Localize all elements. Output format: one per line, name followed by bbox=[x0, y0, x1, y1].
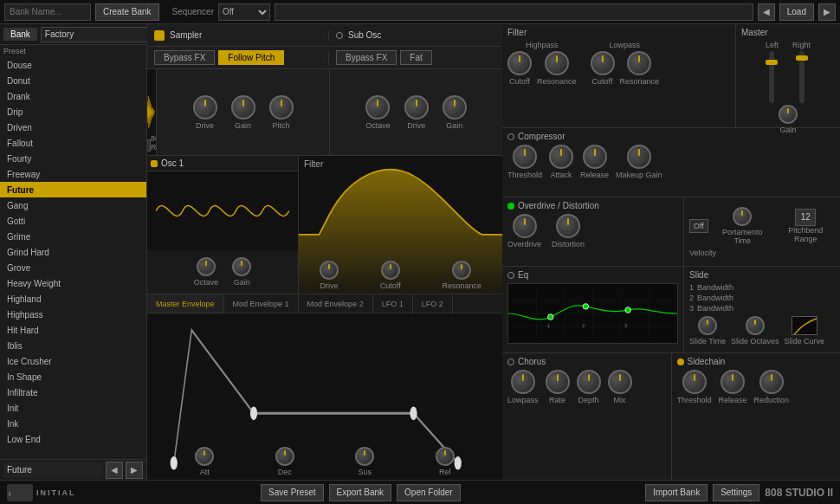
osc1-gain-knob[interactable] bbox=[232, 257, 251, 276]
sc-release-knob[interactable] bbox=[720, 370, 745, 394]
list-item[interactable]: Grove bbox=[0, 260, 146, 275]
settings-button[interactable]: Settings bbox=[713, 484, 759, 501]
mod-env2-tab[interactable]: Mod Envelope 2 bbox=[299, 294, 373, 313]
chorus-depth-knob[interactable] bbox=[577, 370, 601, 394]
attack-knob[interactable] bbox=[549, 145, 573, 169]
right-fader-col: Right bbox=[792, 41, 811, 103]
dec-knob[interactable] bbox=[275, 447, 294, 466]
list-item[interactable]: Gang bbox=[0, 197, 146, 213]
list-item[interactable]: Hit Hard bbox=[0, 322, 146, 338]
list-item[interactable]: Iblis bbox=[0, 338, 146, 353]
right-fader-label: Right bbox=[792, 41, 811, 49]
distortion-knob[interactable] bbox=[556, 214, 580, 238]
mod-env1-tab[interactable]: Mod Envelope 1 bbox=[224, 294, 299, 313]
list-item[interactable]: Highpass bbox=[0, 307, 146, 322]
sus-knob[interactable] bbox=[355, 447, 374, 466]
list-item[interactable]: Ice Crusher bbox=[0, 353, 146, 369]
list-item-active[interactable]: Future bbox=[0, 182, 146, 197]
slide-time-knob[interactable] bbox=[698, 316, 717, 335]
overdrive-knob[interactable] bbox=[513, 214, 537, 238]
list-item[interactable]: Driven bbox=[0, 120, 146, 135]
slide-octaves-knob[interactable] bbox=[746, 316, 765, 335]
threshold-knob[interactable] bbox=[513, 145, 537, 169]
sc-threshold-knob[interactable] bbox=[682, 370, 707, 394]
chorus-knobs: Lowpass Rate Depth Mix bbox=[507, 370, 666, 404]
list-item[interactable]: In Shape bbox=[0, 369, 146, 384]
rel-knob[interactable] bbox=[436, 447, 455, 466]
preset-next-button[interactable]: ▶ bbox=[126, 462, 143, 479]
sequencer-select[interactable]: Off bbox=[218, 3, 270, 21]
makeup-gain-knob[interactable] bbox=[627, 145, 651, 169]
off-button[interactable]: Off bbox=[689, 219, 708, 233]
list-item[interactable]: Low End bbox=[0, 431, 146, 447]
lp-cutoff-knob[interactable] bbox=[591, 51, 615, 75]
import-bank-button[interactable]: Import Bank bbox=[645, 484, 708, 501]
fat-button[interactable]: Fat bbox=[400, 50, 431, 65]
bank-tab[interactable]: Bank bbox=[3, 28, 37, 41]
subosc-bypass-fx-button[interactable]: Bypass FX bbox=[336, 50, 397, 65]
list-item[interactable]: Gotti bbox=[0, 213, 146, 229]
list-item[interactable]: Drip bbox=[0, 104, 146, 120]
lp-resonance-knob[interactable] bbox=[627, 51, 651, 75]
osc1-octave-knob[interactable] bbox=[197, 257, 216, 276]
list-item[interactable]: Grind Hard bbox=[0, 244, 146, 260]
hp-cutoff-knob[interactable] bbox=[507, 51, 532, 75]
sampler-drive-knob[interactable] bbox=[193, 95, 217, 120]
export-bank-button[interactable]: Export Bank bbox=[329, 484, 391, 501]
chorus-lowpass-knob[interactable] bbox=[511, 370, 535, 394]
att-knob[interactable] bbox=[195, 447, 214, 466]
chorus-rate-knob[interactable] bbox=[546, 370, 570, 394]
list-item[interactable]: Ink bbox=[0, 416, 146, 431]
list-item[interactable]: Drank bbox=[0, 88, 146, 104]
left-fader-track[interactable] bbox=[769, 51, 774, 103]
subosc-drive-knob[interactable] bbox=[404, 95, 429, 120]
lfo2-tab[interactable]: LFO 2 bbox=[413, 294, 453, 313]
filter-drive-knob[interactable] bbox=[320, 261, 339, 280]
save-preset-button[interactable]: Save Preset bbox=[261, 484, 323, 501]
list-item[interactable]: Fallout bbox=[0, 135, 146, 151]
filter-cutoff-group: Cutoff bbox=[380, 261, 401, 290]
list-item[interactable]: Freeway bbox=[0, 166, 146, 182]
hp-resonance-knob[interactable] bbox=[545, 51, 569, 75]
osc1-gain-group: Gain bbox=[232, 257, 251, 287]
list-item[interactable]: Highland bbox=[0, 291, 146, 307]
open-folder-button[interactable]: Open Folder bbox=[397, 484, 461, 501]
portamento-knob[interactable] bbox=[733, 207, 752, 226]
right-fader-track[interactable] bbox=[799, 51, 804, 103]
bank-name-field[interactable] bbox=[41, 27, 159, 42]
bank-name-input[interactable] bbox=[4, 3, 91, 21]
release-knob[interactable] bbox=[583, 145, 607, 169]
list-item[interactable]: Init bbox=[0, 400, 146, 416]
subosc-gain-knob[interactable] bbox=[443, 95, 467, 120]
master-gain-knob[interactable] bbox=[779, 105, 798, 124]
eq-led bbox=[507, 272, 514, 279]
seq-prev-button[interactable]: ◀ bbox=[758, 3, 775, 21]
list-item[interactable]: Donut bbox=[0, 73, 146, 88]
retrig-button[interactable]: Retrig bbox=[147, 139, 151, 152]
preset-prev-button[interactable]: ◀ bbox=[106, 462, 123, 479]
sampler-gain-knob[interactable] bbox=[231, 95, 255, 120]
subosc-octave-knob[interactable] bbox=[365, 95, 390, 120]
comp-title: Compressor bbox=[518, 132, 565, 141]
sequencer-bar[interactable] bbox=[275, 3, 753, 21]
bypass-fx-button[interactable]: Bypass FX bbox=[154, 50, 215, 65]
filter-cutoff-knob[interactable] bbox=[381, 261, 400, 280]
load-button[interactable]: Load bbox=[779, 3, 814, 21]
seq-next-button[interactable]: ▶ bbox=[818, 3, 836, 21]
sampler-knob-row: Drive Gain Pitch bbox=[193, 95, 294, 130]
left-fader-thumb[interactable] bbox=[766, 60, 778, 65]
right-fader-thumb[interactable] bbox=[796, 55, 808, 61]
master-envelope-tab[interactable]: Master Envelope bbox=[147, 294, 224, 313]
filter-resonance-knob[interactable] bbox=[452, 261, 471, 280]
list-item[interactable]: Fourty bbox=[0, 151, 146, 166]
sampler-pitch-knob[interactable] bbox=[269, 95, 294, 120]
list-item[interactable]: Infiltrate bbox=[0, 384, 146, 400]
list-item[interactable]: Heavy Weight bbox=[0, 275, 146, 291]
lfo1-tab[interactable]: LFO 1 bbox=[373, 294, 413, 313]
list-item[interactable]: Douse bbox=[0, 57, 146, 73]
list-item[interactable]: Grime bbox=[0, 229, 146, 244]
follow-pitch-button[interactable]: Follow Pitch bbox=[218, 50, 284, 65]
create-bank-button[interactable]: Create Bank bbox=[95, 3, 159, 21]
chorus-mix-knob[interactable] bbox=[608, 370, 632, 394]
sc-reduction-knob[interactable] bbox=[759, 370, 784, 394]
